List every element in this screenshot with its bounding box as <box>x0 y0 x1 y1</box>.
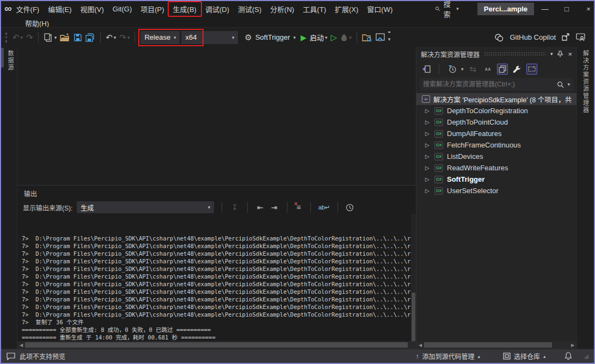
output-source-dropdown[interactable]: 生成 ▾ <box>77 201 214 213</box>
undo-button[interactable]: ↶ ▾ <box>104 33 118 42</box>
solution-platform-dropdown[interactable]: x64 ▾ <box>181 31 238 44</box>
add-to-source-control-button[interactable]: ↑ 添加到源代码管理 ▴ <box>415 351 480 361</box>
minimize-button[interactable]: — <box>534 1 556 16</box>
project-name: DumpAllFeatures <box>447 129 501 138</box>
select-repository-button[interactable]: 选择仓库 ▴ <box>503 351 546 361</box>
configuration-value: Release <box>144 33 170 41</box>
menu-item[interactable]: 编辑(E) <box>44 2 76 16</box>
expand-arrow-icon[interactable]: ▷ <box>425 176 431 182</box>
timestamp-clock-icon[interactable] <box>346 203 354 212</box>
show-all-files-toggle[interactable] <box>497 64 508 75</box>
output-vertical-scrollbar[interactable] <box>411 214 416 341</box>
solution-explorer-titlebar[interactable]: 解决方案资源管理器 ▾ × <box>416 47 576 61</box>
profiler-button[interactable]: ▾ <box>339 33 353 42</box>
next-message-icon[interactable]: ⇥ <box>269 203 279 212</box>
sync-with-active-document-button[interactable]: ⇆ <box>468 64 479 75</box>
solution-search-box[interactable]: ▾ <box>420 78 573 91</box>
project-row[interactable]: ▷ C# DepthToColorRegistration <box>416 105 576 116</box>
menu-item[interactable]: 工具(T) <box>298 2 330 16</box>
word-wrap-button[interactable]: ab↵ <box>318 204 330 211</box>
feedback-person-icon[interactable] <box>576 33 585 41</box>
status-message: 此项不支持预览 <box>20 351 65 361</box>
scroll-right-icon[interactable]: ▶ <box>569 343 576 348</box>
scrollbar-thumb[interactable] <box>424 342 552 348</box>
menu-item[interactable]: 扩展(X) <box>330 2 363 16</box>
goto-source-icon[interactable]: ↧ <box>230 203 240 212</box>
menu-item[interactable]: 项目(P) <box>136 2 168 16</box>
project-name: UserSetSelector <box>447 187 499 195</box>
expand-arrow-icon[interactable]: ▷ <box>425 131 431 137</box>
project-row[interactable]: ▷ C# ListDevices <box>416 151 576 162</box>
solution-root-row[interactable]: ∞ 解决方案 'PercipioSdkExample' (8 个项目，共 <box>416 93 576 105</box>
redo-button[interactable]: ↷ ▾ <box>118 33 131 42</box>
play-icon: ▶ <box>300 33 306 42</box>
panel-close-icon[interactable]: × <box>568 50 572 58</box>
menu-item[interactable]: 窗口(W) <box>363 2 397 16</box>
expand-arrow-icon[interactable]: ▷ <box>425 108 431 114</box>
tab-data-sources[interactable]: 数据源 <box>6 47 15 349</box>
navigate-back-button[interactable]: ↶ ▾ <box>11 33 24 42</box>
clock-filter-icon <box>447 65 457 73</box>
pin-icon[interactable] <box>557 51 563 58</box>
panel-drag-grip[interactable] <box>484 52 546 56</box>
save-all-button[interactable] <box>84 33 97 42</box>
scrollbar-thumb[interactable] <box>25 342 408 348</box>
share-icon[interactable] <box>561 33 571 41</box>
chevron-down-icon: ▾ <box>127 35 130 40</box>
solution-configuration-dropdown[interactable]: Release ▾ <box>140 31 180 44</box>
solution-explorer-horizontal-scrollbar[interactable]: ◀ ▶ <box>416 341 576 349</box>
resize-grip-icon[interactable]: ◢ <box>584 353 588 360</box>
project-row[interactable]: ▷ C# SoftTrigger <box>416 174 576 185</box>
navigate-forward-button[interactable]: ↷ <box>24 33 35 42</box>
menu-item[interactable]: 生成(B) <box>169 2 201 16</box>
output-log[interactable]: 7> D:\Program Files\Percipio_SDK\API\csh… <box>17 215 416 341</box>
copilot-label[interactable]: GitHub Copilot <box>510 33 556 41</box>
preview-selected-items-toggle[interactable]: * <box>526 64 537 75</box>
window-title-chip: Perci...ample <box>477 3 534 15</box>
pending-changes-filter-button[interactable] <box>446 64 457 75</box>
project-row[interactable]: ▷ C# UserSetSelector <box>416 185 576 196</box>
properties-button[interactable] <box>512 64 523 75</box>
project-row[interactable]: ▷ C# DumpAllFeatures <box>416 128 576 139</box>
live-share-button[interactable] <box>373 33 387 42</box>
expand-arrow-icon[interactable]: ▷ <box>425 165 431 171</box>
menu-item[interactable]: Git(G) <box>108 3 136 15</box>
menu-item[interactable]: 测试(S) <box>234 2 266 16</box>
expand-arrow-icon[interactable]: ▷ <box>425 153 431 159</box>
scroll-left-icon[interactable]: ◀ <box>416 343 424 348</box>
project-row[interactable]: ▷ C# ReadWriteFeatures <box>416 162 576 174</box>
scroll-left-icon[interactable]: ◀ <box>17 343 25 348</box>
toolbar-overflow-button[interactable]: ▾ <box>387 32 392 43</box>
close-button[interactable]: × <box>578 1 595 16</box>
open-file-button[interactable] <box>58 33 72 42</box>
start-without-debugging-button[interactable]: ▷ <box>329 33 339 42</box>
editor-area[interactable] <box>17 47 416 185</box>
startup-project-dropdown[interactable]: SoftTrigger ▾ <box>252 33 299 41</box>
clear-all-button[interactable]: ≡× <box>295 203 303 212</box>
solution-search-input[interactable] <box>423 81 554 88</box>
project-row[interactable]: ▷ C# DepthToPointCloud <box>416 116 576 128</box>
switch-views-button[interactable] <box>421 64 432 75</box>
collapse-all-button[interactable]: ∧∧ <box>482 64 493 75</box>
expand-arrow-icon[interactable]: ▷ <box>425 119 431 125</box>
previous-message-icon[interactable]: ⇤ <box>255 203 265 212</box>
panel-menu-chevron-icon[interactable]: ▾ <box>550 51 553 57</box>
expand-arrow-icon[interactable]: ▷ <box>425 142 431 148</box>
toolbar-grip[interactable] <box>5 33 7 42</box>
find-in-files-button[interactable] <box>360 33 373 42</box>
expand-arrow-icon[interactable]: ▷ <box>425 188 431 194</box>
menu-item[interactable]: 视图(V) <box>76 2 108 16</box>
output-horizontal-scrollbar[interactable]: ◀ <box>17 341 416 349</box>
maximize-button[interactable]: □ <box>556 1 578 16</box>
new-project-button[interactable]: * ▾ <box>42 33 59 42</box>
menu-item[interactable]: 文件(F) <box>12 2 44 16</box>
tab-solution-explorer[interactable]: 解决方案资源管理器 <box>581 47 590 114</box>
menu-item[interactable]: 调试(D) <box>201 2 234 16</box>
start-debugging-button[interactable]: ▶ 启动 ▾ <box>299 32 329 42</box>
search-control[interactable]: 搜索 ▾ <box>435 0 459 19</box>
project-row[interactable]: ▷ C# FetchFrameContinuous <box>416 139 576 151</box>
save-button[interactable] <box>72 33 84 42</box>
menu-item[interactable]: 分析(N) <box>266 2 298 16</box>
bell-icon[interactable] <box>565 352 572 360</box>
chevron-down-icon[interactable]: ▾ <box>461 66 464 72</box>
